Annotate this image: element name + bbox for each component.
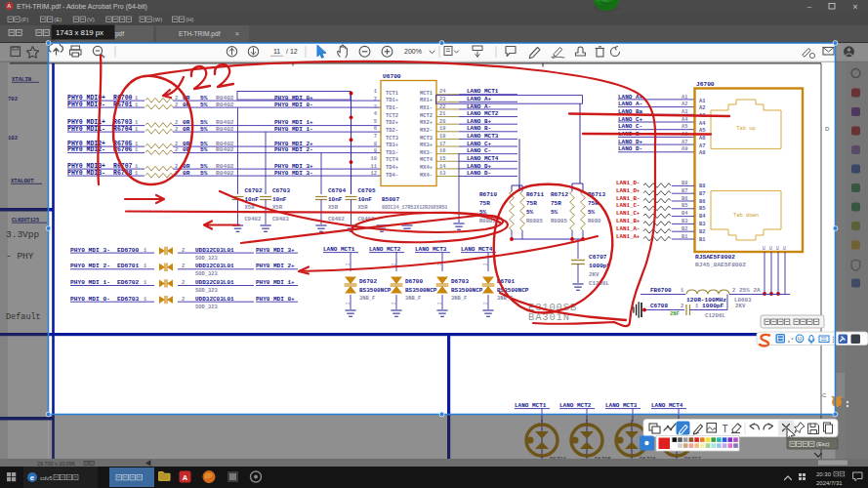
svg-text:LANO B+: LANO B+ xyxy=(467,118,492,125)
svg-text:0R: 0R xyxy=(183,170,190,177)
svg-text:C6704: C6704 xyxy=(328,187,346,194)
svg-text:TD1+: TD1+ xyxy=(386,98,398,103)
svg-text:TD2+: TD2+ xyxy=(386,120,398,126)
svg-text:C6708: C6708 xyxy=(650,303,668,309)
svg-text:RJ45_8AE5F8002: RJ45_8AE5F8002 xyxy=(695,262,746,268)
svg-text:TD2-: TD2- xyxy=(386,128,398,134)
svg-text:(H): (H) xyxy=(186,17,193,22)
svg-text:TD4+: TD4+ xyxy=(386,165,398,171)
svg-text:R0402: R0402 xyxy=(216,126,234,133)
svg-text:(Esc): (Esc) xyxy=(816,441,830,447)
svg-text:TD4-: TD4- xyxy=(386,173,398,179)
svg-text:PHY0 MDI 2-: PHY0 MDI 2- xyxy=(274,146,313,153)
svg-text:2: 2 xyxy=(182,280,185,286)
svg-text:R0402: R0402 xyxy=(216,170,234,177)
svg-text:12: 12 xyxy=(371,171,377,177)
svg-text:25% 2A: 25% 2A xyxy=(739,287,761,294)
svg-text:R0402: R0402 xyxy=(216,102,234,108)
svg-text:8OIC24_17R53X12R20X5R51: 8OIC24_17R53X12R20X5R51 xyxy=(382,205,448,210)
svg-text:A: A xyxy=(183,473,188,482)
svg-text:LANO MCT3: LANO MCT3 xyxy=(605,402,638,409)
svg-text:MCT2: MCT2 xyxy=(420,113,433,119)
svg-text:U: U xyxy=(763,246,765,251)
svg-text:R0402: R0402 xyxy=(216,146,234,153)
svg-text:LAN1_A-: LAN1_A- xyxy=(616,225,640,232)
svg-text:75R: 75R xyxy=(479,200,490,207)
svg-text:C0402: C0402 xyxy=(245,216,262,223)
svg-text:ED6700: ED6700 xyxy=(117,247,140,254)
svg-text:R080: R080 xyxy=(588,218,601,224)
svg-text:B7: B7 xyxy=(699,191,705,197)
svg-text:PHY0 MDI 1-: PHY0 MDI 1- xyxy=(274,126,313,133)
svg-text:2: 2 xyxy=(681,304,683,309)
svg-text:TCT1: TCT1 xyxy=(386,91,398,97)
svg-text:ETH-TRIM.pdf: ETH-TRIM.pdf xyxy=(179,30,221,38)
svg-text:2: 2 xyxy=(175,96,178,102)
svg-text:5%: 5% xyxy=(551,209,558,216)
svg-text:SOD_323: SOD_323 xyxy=(195,256,218,262)
svg-text:R6712: R6712 xyxy=(551,191,568,198)
svg-text:1: 1 xyxy=(135,102,138,108)
svg-text:U: U xyxy=(783,246,786,251)
svg-text:LANO C+: LANO C+ xyxy=(618,116,643,123)
svg-text:11: 11 xyxy=(371,164,377,170)
svg-text:1: 1 xyxy=(695,304,698,309)
svg-text:PHY0 MDI 2-: PHY0 MDI 2- xyxy=(70,263,110,269)
svg-text:5%: 5% xyxy=(200,146,208,153)
svg-text:C1206L: C1206L xyxy=(705,312,725,319)
svg-text:A4: A4 xyxy=(682,117,688,123)
svg-text:LANO A+: LANO A+ xyxy=(467,96,492,102)
svg-text:5%: 5% xyxy=(200,126,208,133)
svg-text:1: 1 xyxy=(135,147,138,153)
svg-text:BS3500NCP: BS3500NCP xyxy=(359,287,392,294)
svg-text:UDD32C03L01: UDD32C03L01 xyxy=(195,279,234,286)
svg-text:PHY0 MDI 0-: PHY0 MDI 0- xyxy=(274,102,313,108)
svg-text:B4: B4 xyxy=(699,214,706,220)
svg-text:R0402: R0402 xyxy=(216,163,234,170)
svg-text:2: 2 xyxy=(175,127,178,133)
svg-text:PHY0 MDI 0-: PHY0 MDI 0- xyxy=(70,296,110,303)
svg-text:U: U xyxy=(776,246,779,251)
svg-text:MX3+: MX3+ xyxy=(420,142,433,148)
svg-text:cdv5: cdv5 xyxy=(40,475,53,481)
svg-text:A2: A2 xyxy=(682,102,687,107)
svg-text:T: T xyxy=(722,424,727,434)
svg-text:6: 6 xyxy=(374,126,377,132)
svg-text:PHY0 MDI 1-: PHY0 MDI 1- xyxy=(70,279,110,286)
svg-text:A3: A3 xyxy=(682,109,687,115)
svg-text:29.700 x 20.096: 29.700 x 20.096 xyxy=(37,461,75,467)
svg-text:Tab down: Tab down xyxy=(733,213,759,219)
svg-text:2: 2 xyxy=(182,248,185,254)
svg-text:/ 12: / 12 xyxy=(286,48,298,55)
svg-text:TCT2: TCT2 xyxy=(386,113,398,119)
svg-text:J6700: J6700 xyxy=(696,81,715,88)
svg-text:200%: 200% xyxy=(404,48,422,55)
svg-text:P4: P4 xyxy=(346,263,351,266)
svg-text:LANO B-: LANO B- xyxy=(467,125,491,132)
svg-text:9: 9 xyxy=(374,148,377,154)
svg-text:LANO D+: LANO D+ xyxy=(618,139,643,145)
svg-text:5%: 5% xyxy=(200,170,208,177)
svg-text:ED6701: ED6701 xyxy=(117,263,140,269)
svg-text:MX2+: MX2+ xyxy=(420,120,433,126)
svg-text:5%: 5% xyxy=(200,95,208,102)
svg-text:D: D xyxy=(825,126,830,132)
svg-text:7: 7 xyxy=(374,134,377,140)
svg-text:MX2-: MX2- xyxy=(420,128,433,134)
svg-text:A5: A5 xyxy=(682,124,687,130)
svg-text:P4: P4 xyxy=(346,302,351,305)
svg-text:2: 2 xyxy=(732,288,735,294)
svg-text:C6703: C6703 xyxy=(272,187,290,194)
svg-text:R6710: R6710 xyxy=(479,191,497,198)
svg-text:Tab up: Tab up xyxy=(736,126,755,132)
svg-text:R6700: R6700 xyxy=(113,95,133,102)
svg-text:e: e xyxy=(30,473,35,482)
svg-text:–: – xyxy=(807,2,812,11)
svg-text:11: 11 xyxy=(273,48,280,55)
svg-text:2NF: 2NF xyxy=(670,311,680,317)
svg-text:PHY0 MDI3+: PHY0 MDI3+ xyxy=(67,163,105,170)
svg-text:A9: A9 xyxy=(682,146,687,152)
svg-text:LANO MCT2: LANO MCT2 xyxy=(369,246,401,253)
svg-text:LAN1_B-: LAN1_B- xyxy=(616,195,640,202)
svg-text:MCT1: MCT1 xyxy=(420,91,433,97)
